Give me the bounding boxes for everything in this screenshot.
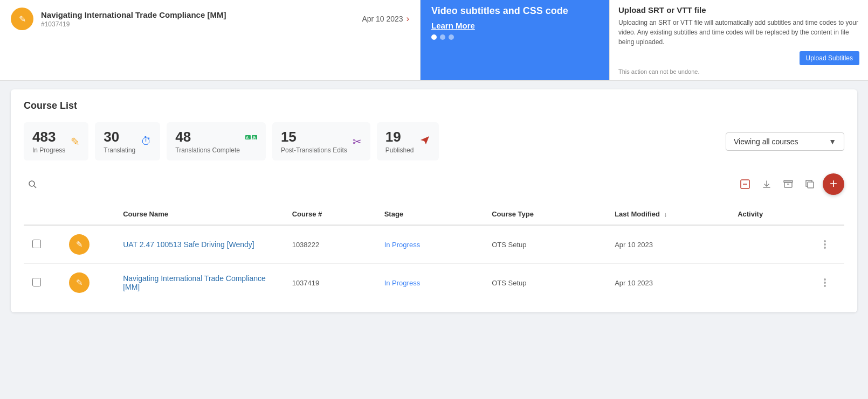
clock-icon: ⏱ [141, 135, 151, 148]
row-checkbox-1[interactable] [32, 278, 41, 286]
toolbar-actions: + [736, 173, 844, 195]
svg-rect-10 [784, 180, 793, 183]
dot-1[interactable] [431, 34, 437, 40]
sort-arrow-icon: ↓ [664, 211, 667, 218]
stat-info: 19 Published [385, 129, 414, 154]
th-course-number: Course # [284, 204, 376, 225]
stage-badge-0: In Progress [384, 241, 420, 249]
stat-post-translations[interactable]: 15 Post-Translations Edits ✂ [272, 122, 370, 160]
th-stage: Stage [376, 204, 484, 225]
upload-panel: Upload SRT or VTT file Uploading an SRT … [609, 0, 868, 80]
svg-line-5 [34, 186, 36, 188]
course-name-link-0[interactable]: UAT 2.47 100513 Safe Driving [Wendy] [123, 240, 254, 249]
dot-3[interactable] [449, 34, 454, 40]
course-type-1: OTS Setup [492, 279, 526, 287]
stat-label-published: Published [385, 146, 414, 154]
th-course-name: Course Name [114, 204, 284, 225]
upload-panel-title: Upload SRT or VTT file [618, 5, 859, 15]
stat-info: 483 In Progress [32, 129, 65, 154]
stat-published[interactable]: 19 Published [377, 122, 439, 160]
stat-label-translating: Translating [104, 146, 135, 154]
course-date: Apr 10 2023 › [362, 14, 409, 24]
stat-info: 30 Translating [104, 129, 135, 154]
learn-more-link[interactable]: Learn More [431, 21, 475, 30]
action-note: This action can not be undone. [618, 68, 859, 75]
stat-number-inprogress: 483 [32, 129, 65, 145]
toolbar: + [24, 173, 844, 195]
course-number-0: 1038222 [292, 241, 320, 249]
download-button[interactable] [758, 176, 775, 193]
dropdown-arrow-icon: ▼ [829, 137, 836, 146]
minus-square-button[interactable] [736, 176, 754, 193]
copy-button[interactable] [801, 176, 818, 193]
svg-point-4 [29, 181, 35, 186]
th-actions [806, 204, 844, 225]
stat-in-progress[interactable]: 483 In Progress ✎ [24, 122, 88, 160]
stat-number-post: 15 [281, 129, 347, 145]
stats-row: 483 In Progress ✎ 30 Translating ⏱ 48 Tr… [24, 122, 844, 160]
stat-number-translating: 30 [104, 129, 135, 145]
last-modified-0: Apr 10 2023 [615, 241, 653, 249]
stat-label-post: Post-Translations Edits [281, 146, 347, 154]
add-course-button[interactable]: + [823, 173, 844, 195]
course-info: Navigating International Trade Complianc… [41, 10, 354, 28]
row-checkbox-0[interactable] [32, 240, 41, 248]
banner-title: Video subtitles and CSS code [431, 5, 598, 17]
search-button[interactable] [24, 176, 41, 193]
translation-complete-icon: A あ [245, 135, 257, 148]
activity-cell-1 [729, 264, 806, 302]
stage-badge-1: In Progress [384, 279, 420, 287]
top-course-item[interactable]: ✎ Navigating International Trade Complia… [11, 8, 409, 30]
course-title: Navigating International Trade Complianc… [41, 10, 354, 19]
course-name-link-1[interactable]: Navigating International Trade Complianc… [123, 274, 266, 291]
row-icon-1: ✎ [69, 272, 89, 293]
chevron-right-icon: › [407, 14, 409, 24]
svg-rect-12 [808, 182, 814, 188]
course-table: Course Name Course # Stage Course Type L… [24, 204, 844, 302]
viewing-label: Viewing all courses [734, 137, 798, 146]
banner-panel: Video subtitles and CSS code Learn More [421, 0, 609, 80]
stat-label-complete: Translations Complete [175, 146, 240, 154]
stat-info: 15 Post-Translations Edits [281, 129, 347, 154]
published-icon [419, 135, 430, 148]
table-row: ✎ Navigating International Trade Complia… [24, 264, 844, 302]
th-checkbox [24, 204, 60, 225]
viewing-dropdown[interactable]: Viewing all courses ▼ [726, 132, 844, 151]
row-icon-0: ✎ [69, 234, 89, 255]
stat-number-complete: 48 [175, 129, 240, 145]
activity-cell-0 [729, 225, 806, 264]
th-activity: Activity [729, 204, 806, 225]
stat-label-inprogress: In Progress [32, 146, 65, 154]
upload-panel-desc: Uploading an SRT or VTT file will automa… [618, 18, 859, 47]
stat-info: 48 Translations Complete [175, 129, 240, 154]
scissors-icon: ✂ [353, 135, 362, 148]
svg-text:あ: あ [252, 136, 256, 140]
last-modified-1: Apr 10 2023 [615, 279, 653, 287]
th-course-type: Course Type [483, 204, 606, 225]
course-icon: ✎ [11, 8, 33, 30]
dot-2[interactable] [440, 34, 445, 40]
course-type-0: OTS Setup [492, 241, 526, 249]
course-list-section: Course List 483 In Progress ✎ 30 Transla… [11, 89, 857, 312]
table-row: ✎ UAT 2.47 100513 Safe Driving [Wendy] 1… [24, 225, 844, 264]
row-actions-1[interactable] [815, 278, 836, 287]
th-last-modified[interactable]: Last Modified ↓ [606, 204, 729, 225]
course-id: #1037419 [41, 20, 354, 28]
banner-dots [431, 34, 598, 40]
stat-number-published: 19 [385, 129, 414, 145]
stat-translating[interactable]: 30 Translating ⏱ [95, 122, 160, 160]
svg-text:A: A [246, 136, 249, 139]
upload-subtitles-button[interactable]: Upload Subtitles [800, 51, 859, 65]
edit-icon: ✎ [71, 135, 80, 148]
th-icon [60, 204, 114, 225]
course-number-1: 1037419 [292, 279, 320, 287]
row-actions-0[interactable] [815, 240, 836, 249]
stat-translations-complete[interactable]: 48 Translations Complete A あ [167, 122, 266, 160]
section-title: Course List [24, 100, 844, 111]
archive-button[interactable] [780, 176, 797, 193]
